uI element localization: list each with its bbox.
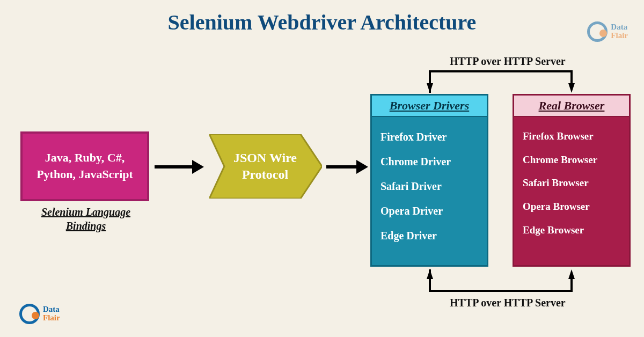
logo-text: Data Flair [43,305,60,323]
language-bindings-text: Java, Ruby, C#, Python, JavaScript [28,150,142,183]
driver-item: Edge Driver [380,223,478,248]
browser-item: Chrome Browser [523,148,620,172]
logo-text: Data Flair [611,23,628,40]
driver-item: Chrome Driver [380,149,478,174]
browser-item: Opera Browser [523,195,620,218]
language-bindings-caption: Selenium Language Bindings [38,205,134,233]
svg-marker-6 [568,83,575,93]
dataflair-logo-watermark: Data Flair [587,21,628,42]
diagram-canvas: Java, Ruby, C#, Python, JavaScript Selen… [0,0,644,337]
driver-item: Opera Driver [380,199,478,223]
real-browser-box: Real Browser Firefox Browser Chrome Brow… [513,94,631,267]
driver-item: Safari Driver [380,174,478,199]
browser-drivers-list: Firefox Driver Chrome Driver Safari Driv… [372,117,487,255]
arrow-json-to-drivers [326,160,368,174]
driver-item: Firefox Driver [380,124,478,149]
dataflair-logo: Data Flair [19,304,60,324]
browser-item: Edge Browser [523,218,620,242]
real-browser-list: Firefox Browser Chrome Browser Safari Br… [514,117,629,249]
svg-marker-8 [568,269,575,279]
svg-marker-7 [427,269,433,279]
svg-marker-1 [192,160,204,174]
svg-marker-5 [427,83,433,93]
json-wire-text: JSON Wire Protocol [217,134,313,199]
connector-top [427,62,577,94]
arrow-lang-to-json [155,160,204,174]
logo-icon [19,304,40,324]
logo-icon [587,21,608,42]
real-browser-header: Real Browser [514,96,629,117]
connector-bottom [427,268,577,301]
browser-item: Safari Browser [523,171,620,195]
language-bindings-box: Java, Ruby, C#, Python, JavaScript [20,131,149,201]
browser-item: Firefox Browser [523,124,620,148]
json-wire-box: JSON Wire Protocol [209,134,322,199]
browser-drivers-header: Browser Drivers [372,96,487,117]
svg-marker-4 [356,160,368,174]
browser-drivers-box: Browser Drivers Firefox Driver Chrome Dr… [370,94,488,267]
